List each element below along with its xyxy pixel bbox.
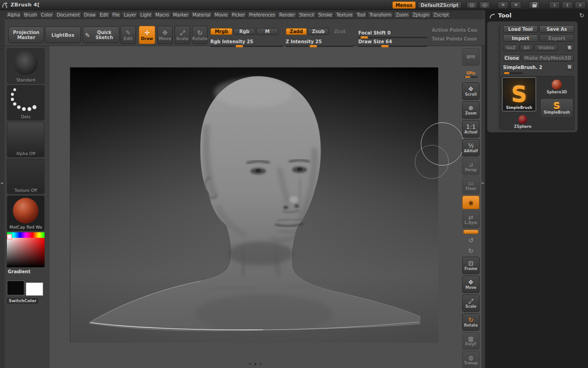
m-button[interactable]: M [256, 28, 278, 35]
paste-document-icon[interactable]: ⧉ [510, 1, 521, 9]
saturation-square[interactable] [7, 238, 45, 267]
menu-alpha[interactable]: Alpha [6, 12, 22, 18]
export-button[interactable]: Export [539, 34, 574, 42]
shelf-redo-button[interactable]: ↻ [462, 246, 480, 255]
projection-master-button[interactable]: Projection Master [8, 27, 44, 43]
menu-zoom[interactable]: Zoom [394, 12, 410, 18]
menu-render[interactable]: Render [277, 12, 297, 18]
menu-light[interactable]: Light [138, 12, 153, 18]
focal-shift-slider[interactable]: Focal Shift 0 [358, 28, 427, 35]
gradient-label[interactable]: Gradient [8, 269, 30, 274]
draw-button[interactable]: ✛ Draw [139, 26, 155, 44]
shelf-frame-button[interactable]: ⊡Frame [462, 257, 480, 274]
tool-thumb-simplebrush[interactable]: SSimpleBrush [502, 77, 536, 111]
quick-sketch-button[interactable]: ✎ Quick Sketch [83, 27, 119, 43]
shelf-aahalf-button[interactable]: ½AAHalf [462, 139, 480, 156]
visible-button[interactable]: Visible [534, 45, 558, 51]
tool-thumb-simplebrush[interactable]: SSimpleBrush [540, 98, 573, 118]
canvas-scroll-arrows[interactable]: ◄ ▲ ► [248, 362, 264, 366]
shelf-scale-button[interactable]: ⤢Scale [462, 294, 480, 312]
edit-button[interactable]: ✎ Edit [120, 26, 136, 44]
hue-strip[interactable] [7, 232, 45, 238]
minimize-icon[interactable]: ↧ [549, 1, 560, 9]
menu-document[interactable]: Document [55, 12, 81, 18]
menu-transform[interactable]: Transform [368, 12, 393, 18]
brush-selector[interactable]: Standard [7, 48, 45, 84]
zadd-button[interactable]: Zadd [286, 28, 307, 35]
menu-picker[interactable]: Picker [230, 12, 247, 18]
secondary-color-swatch[interactable] [26, 282, 43, 296]
config-slider-icon-2[interactable]: ‹|||› [479, 1, 490, 9]
default-zscript-button[interactable]: DefaultZScript [418, 1, 462, 9]
close-icon[interactable]: × [575, 1, 586, 9]
shelf-floor-button[interactable]: ▭Floor [462, 177, 480, 194]
menu-tool[interactable]: Tool [355, 12, 368, 18]
tool-thumb-zsphere[interactable]: ZSphere [506, 114, 539, 130]
shelf-zoom-button[interactable]: ⊕Zoom [462, 101, 480, 119]
shelf-rotate-button[interactable]: ↻Rotate [462, 313, 480, 331]
mrgb-button[interactable]: Mrgb [210, 28, 232, 35]
menu-stencil[interactable]: Stencil [297, 12, 316, 18]
right-collapse-arrow-icon[interactable]: ► [482, 181, 484, 185]
color-picker[interactable]: Gradient [7, 232, 45, 278]
shelf-bpr-button[interactable]: BPR [462, 48, 480, 66]
menus-button[interactable]: Menus [392, 1, 416, 9]
move-button[interactable]: ✥ Move [157, 26, 173, 44]
shelf-actual-button[interactable]: 1:1Actual [462, 120, 480, 138]
menu-file[interactable]: File [111, 12, 122, 18]
switch-color-button[interactable]: SwitchColor [7, 298, 38, 304]
menu-material[interactable]: Material [191, 12, 212, 18]
zcut-button[interactable]: Zcut [331, 28, 349, 35]
rgb-intensity-slider[interactable]: Rgb Intensity 25 [210, 36, 283, 44]
restore-icon[interactable]: ↥ [562, 1, 573, 9]
all-button[interactable]: All [520, 45, 533, 51]
lock-icon[interactable] [529, 1, 540, 9]
menu-draw[interactable]: Draw [82, 12, 97, 18]
shelf-l-sym-button[interactable]: ⇄L.Sym [462, 211, 480, 228]
menu-edit[interactable]: Edit [98, 12, 110, 18]
menu-marker[interactable]: Marker [171, 12, 190, 18]
shelf-persp-button[interactable]: ⊿Persp [462, 158, 480, 175]
copy-document-icon[interactable]: ⧉ [498, 1, 509, 9]
menu-color[interactable]: Color [39, 12, 54, 18]
material-selector[interactable]: MatCap Red Wa [7, 196, 45, 231]
main-color-swatch[interactable] [7, 281, 24, 295]
draw-size-slider[interactable]: Draw Size 64 [358, 36, 427, 44]
sculpt-canvas[interactable] [70, 67, 438, 342]
menu-preferences[interactable]: Preferences [247, 12, 277, 18]
lightbox-button[interactable]: LightBox [45, 27, 81, 43]
shelf-undo-button[interactable]: ↺ [462, 236, 480, 245]
load-tool-button[interactable]: Load Tool [503, 25, 538, 33]
config-slider-icon[interactable]: ‹|||› [466, 1, 477, 9]
make-polymesh3d-button[interactable]: Make PolyMesh3D [522, 55, 574, 62]
shelf-polyf-button[interactable]: ▦PolyF [462, 332, 480, 350]
z-intensity-slider[interactable]: Z Intensity 25 [286, 36, 354, 44]
shelf-local-button[interactable]: ◉ [462, 196, 480, 209]
zsub-button[interactable]: Zsub [308, 28, 329, 35]
menu-texture[interactable]: Texture [334, 12, 354, 18]
rgb-button[interactable]: Rgb [233, 28, 255, 35]
stroke-selector[interactable]: Dots [7, 85, 45, 121]
shelf-solo-button[interactable] [463, 230, 479, 234]
alpha-selector[interactable]: Alpha Off [7, 122, 45, 157]
goz-button[interactable]: GoZ [503, 45, 519, 51]
menu-stroke[interactable]: Stroke [317, 12, 334, 18]
scale-button[interactable]: ⤢ Scale [175, 26, 190, 44]
tool-thumb-sphere3d[interactable]: Sphere3D [540, 77, 573, 97]
save-as-button[interactable]: Save As [539, 25, 574, 33]
texture-selector[interactable]: Texture Off [7, 159, 45, 194]
tool-palette-header[interactable]: Tool ↻ [485, 11, 588, 20]
r-button-inventory[interactable]: R [566, 64, 573, 70]
left-collapse-arrow-icon[interactable]: ◄ [0, 181, 3, 185]
spix-slider[interactable] [464, 76, 478, 78]
menu-macro[interactable]: Macro [153, 12, 170, 18]
menu-layer[interactable]: Layer [122, 12, 138, 18]
shelf-move-button[interactable]: ✥Move [462, 276, 480, 293]
menu-zplugin[interactable]: Zplugin [411, 12, 431, 18]
menu-movie[interactable]: Movie [213, 12, 230, 18]
shelf-transp-button[interactable]: ◍Transp [462, 351, 480, 368]
inventory-slider[interactable] [503, 72, 523, 74]
rotate-button[interactable]: ↻ Rotate [192, 26, 208, 44]
menu-zscript[interactable]: Zscript [432, 12, 451, 18]
palette-refresh-icon[interactable]: ↻ [579, 12, 584, 19]
